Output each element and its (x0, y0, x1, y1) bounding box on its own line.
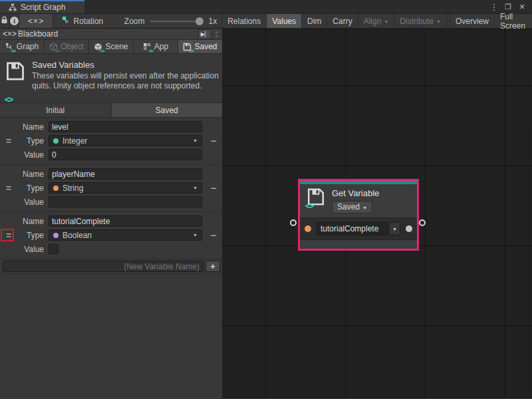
tab-app[interactable]: <> App (134, 40, 178, 53)
tab-object[interactable]: <> Object (45, 40, 89, 53)
zoom-label: Zoom (124, 17, 145, 26)
value-label: Value (17, 245, 44, 254)
variable-value-field[interactable] (49, 196, 202, 207)
type-label: Type (17, 136, 44, 146)
boolean-value-checkbox[interactable] (49, 244, 59, 254)
tab-graph[interactable]: <> Graph (0, 40, 45, 53)
value-output-port-icon[interactable] (406, 225, 412, 232)
tab-scene[interactable]: <> Scene (89, 40, 134, 53)
toolbar-button-carry[interactable]: Carry (327, 14, 358, 28)
variable-kind-dropdown[interactable]: Saved ▼ (332, 201, 372, 213)
panel-scroll-arrows[interactable]: ▲▼ (211, 29, 222, 39)
drag-handle-icon[interactable]: = (6, 136, 11, 146)
saved-floppy-icon: <> (307, 188, 325, 208)
get-variable-node[interactable]: <> Get Variable Saved ▼ tutorialComplete (298, 179, 419, 251)
maximize-icon[interactable]: ❐ (503, 3, 513, 11)
variable-name-field[interactable] (49, 168, 202, 180)
new-variable-input[interactable] (3, 261, 203, 271)
arrow-up-icon[interactable]: ▲ (215, 29, 219, 34)
dock-panel-button[interactable]: ▶▏ (198, 29, 211, 39)
toolbar-button-dim[interactable]: Dim (301, 14, 327, 28)
variable-value-field[interactable] (49, 149, 202, 160)
blackboard-title: Blackboard (18, 29, 58, 39)
annotation-highlight-box (1, 229, 14, 241)
toolbar-button-align[interactable]: Align▼ (358, 14, 395, 28)
lock-button[interactable] (0, 14, 10, 28)
node-input-port[interactable] (290, 219, 297, 226)
arrow-down-icon[interactable]: ▼ (215, 34, 219, 39)
variable-name-dropdown[interactable]: tutorialComplete ▼ (317, 222, 400, 235)
type-label: Type (17, 184, 44, 193)
tab-saved[interactable]: <> Saved (178, 40, 222, 53)
type-color-dot (53, 186, 59, 191)
variables-icon: <×> (28, 17, 44, 26)
toolbar-button-distribute[interactable]: Distribute▼ (394, 14, 447, 28)
type-color-dot (53, 233, 59, 238)
new-variable-field[interactable] (3, 261, 203, 272)
drag-handle-icon[interactable]: = (6, 183, 11, 194)
toolbar-button-fullscreen[interactable]: Full Screen (494, 14, 532, 28)
variable-row-playername: Name = Type String ▼ − Value (0, 165, 222, 212)
rotation-label: Rotation (74, 17, 104, 26)
graph-hierarchy-icon (9, 3, 17, 11)
window-menu-icon[interactable]: ⋮ (489, 2, 499, 12)
new-variable-row: + (0, 259, 222, 274)
name-label: Name (17, 170, 44, 179)
tab-script-graph[interactable]: Script Graph (0, 0, 84, 13)
toolbar-button-values[interactable]: Values (266, 14, 302, 28)
variable-name-input[interactable] (52, 122, 199, 132)
zoom-slider[interactable] (150, 21, 202, 22)
info-button[interactable]: i (10, 14, 20, 28)
remove-variable-button[interactable]: − (211, 138, 217, 144)
info-title: Saved Variables (32, 60, 219, 70)
rotation-icon (62, 16, 70, 27)
variable-value-input[interactable] (52, 150, 199, 160)
node-body: tutorialComplete ▼ (300, 217, 417, 240)
variable-name-field[interactable] (49, 121, 202, 132)
chevron-down-icon: ▼ (436, 19, 441, 24)
zoom-slider-handle[interactable] (196, 17, 203, 25)
variables-toggle-button[interactable]: <×> (19, 14, 53, 28)
blackboard-header: <×> Blackboard ▶▏ ▲▼ (0, 29, 222, 40)
variable-name-input[interactable] (52, 169, 199, 179)
saved-variables-icon: <> (183, 43, 192, 51)
value-label: Value (17, 198, 44, 207)
initial-saved-tabs: Initial Saved (0, 103, 222, 118)
rotation-button[interactable]: Rotation (57, 14, 109, 28)
toolbar-button-relations[interactable]: Relations (221, 14, 267, 28)
scene-variables-icon: <> (94, 43, 102, 51)
node-output-port[interactable] (419, 219, 426, 226)
graph-toolbar: i <×> Rotation Zoom 1x Relations Values … (0, 13, 532, 29)
toolbar-button-overview[interactable]: Overview (450, 14, 495, 28)
tab-label: Script Graph (21, 3, 65, 12)
variable-type-dropdown[interactable]: Integer ▼ (49, 135, 202, 146)
graph-variables-icon: <> (5, 43, 14, 51)
variable-value-input[interactable] (52, 197, 199, 207)
variable-type-dropdown[interactable]: Boolean ▼ (49, 229, 202, 241)
close-icon[interactable]: ✕ (517, 3, 527, 11)
blackboard-panel: <×> Blackboard ▶▏ ▲▼ <> Graph (0, 29, 223, 398)
chevron-down-icon: ▼ (193, 138, 199, 143)
variable-type-dropdown[interactable]: String ▼ (49, 182, 202, 194)
tab-saved-scope[interactable]: Saved (112, 103, 223, 117)
graph-canvas[interactable]: <> Get Variable Saved ▼ tutorialComplete (223, 29, 532, 398)
window-titlebar: Script Graph ⋮ ❐ ✕ (0, 0, 532, 13)
chevron-down-icon[interactable]: ▼ (389, 222, 400, 235)
variable-name-field[interactable] (49, 215, 202, 227)
node-header: <> Get Variable Saved ▼ (300, 184, 417, 217)
type-label: Type (17, 231, 44, 240)
tab-initial[interactable]: Initial (0, 103, 112, 117)
chevron-down-icon: ▼ (193, 233, 199, 237)
name-label: Name (17, 122, 44, 132)
saved-variables-info: <> Saved Variables These variables will … (0, 54, 222, 103)
variable-name-input[interactable] (52, 216, 199, 226)
string-input-port-icon[interactable] (305, 225, 311, 232)
variable-row-tutorialcomplete: Name = Type Boolean ▼ − Value (0, 212, 222, 259)
variable-row-level: Name = Type Integer ▼ − Value (0, 118, 222, 165)
add-variable-button[interactable]: + (205, 261, 220, 272)
lock-icon (1, 16, 8, 26)
remove-variable-button[interactable]: − (211, 185, 217, 192)
info-description: These variables will persist even after … (32, 71, 219, 91)
chevron-down-icon: ▼ (384, 19, 388, 24)
remove-variable-button[interactable]: − (211, 232, 217, 239)
